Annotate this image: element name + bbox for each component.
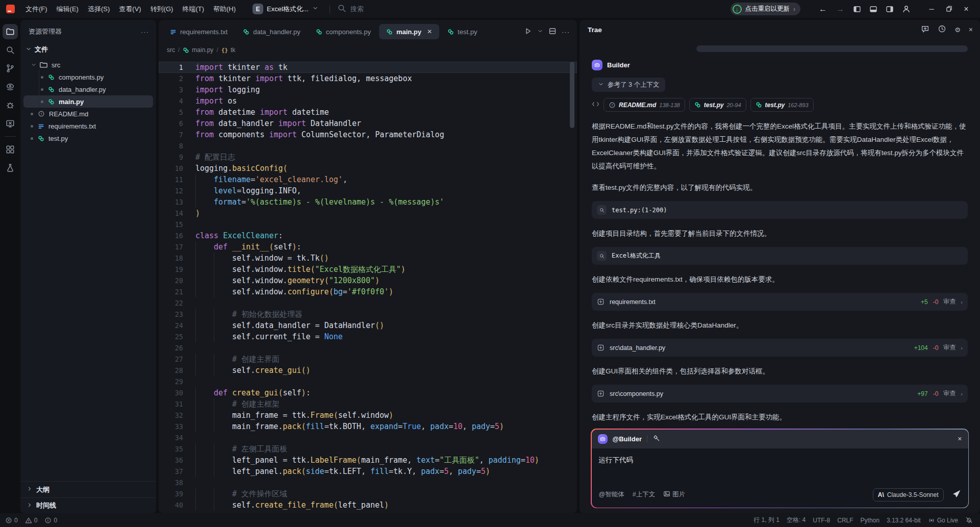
notifications-muted-button[interactable] <box>965 516 973 524</box>
chat-settings-button[interactable]: ⚙ <box>954 26 961 34</box>
file-item-src[interactable]: src <box>23 59 153 71</box>
tools-icon[interactable] <box>652 434 660 443</box>
code-line-36[interactable]: 36 left_panel = ttk.LabelFrame(main_fram… <box>159 455 577 466</box>
code-line-31[interactable]: 31 # 创建主框架 <box>159 398 577 410</box>
status-item[interactable]: 空格: 4 <box>787 516 806 524</box>
account-icon[interactable] <box>899 3 913 16</box>
new-chat-button[interactable] <box>921 24 929 35</box>
go-live-button[interactable]: Go Live <box>928 517 958 524</box>
chat-close-button[interactable]: × <box>969 26 973 34</box>
editor-scrollbar[interactable] <box>570 62 574 128</box>
model-selector[interactable]: A\ Claude-3.5-Sonnet <box>873 488 944 501</box>
chat-input-text[interactable]: 运行下代码 <box>592 448 968 488</box>
tab-close-icon[interactable]: ✕ <box>427 28 432 35</box>
context-chip-test.py[interactable]: test.py 162-893 <box>750 98 814 112</box>
file-change-card[interactable]: src\data_handler.py +104 -0 审查 › <box>592 339 968 357</box>
trae-logo-icon[interactable] <box>6 5 15 13</box>
search-step-card[interactable]: Excel格式化工具 <box>592 247 968 265</box>
activity-remote-eye-button[interactable] <box>3 79 18 94</box>
code-line-19[interactable]: 19 self.window.title("Excel数据格式化工具") <box>159 264 577 275</box>
code-line-3[interactable]: 3 import logging <box>159 84 577 95</box>
file-item-test.py[interactable]: test.py <box>23 132 153 144</box>
code-line-11[interactable]: 11 filename='excel_cleaner.log', <box>159 174 577 185</box>
file-change-card[interactable]: src\components.py +97 -0 审查 › <box>592 385 968 403</box>
code-line-13[interactable]: 13 format='%(asctime)s - %(levelname)s -… <box>159 196 577 208</box>
breadcrumb[interactable]: src/main.py/{}tk <box>159 43 577 57</box>
code-line-9[interactable]: 9 # 配置日志 <box>159 152 577 163</box>
nav-forward-button[interactable]: → <box>833 5 847 14</box>
code-line-32[interactable]: 32 main_frame = ttk.Frame(self.window) <box>159 410 577 421</box>
toggle-right-sidebar-button[interactable] <box>883 3 896 16</box>
menu-转到G[interactable]: 转到(G) <box>146 3 178 16</box>
workspace-switcher[interactable]: E Excel格式化... <box>248 2 322 16</box>
status-info[interactable]: 0 <box>44 517 57 524</box>
tab-components.py[interactable]: components.py <box>309 24 378 39</box>
code-line-5[interactable]: 5 from datetime import datetime <box>159 107 577 118</box>
code-line-29[interactable]: 29 <box>159 376 577 387</box>
image-attach-button[interactable]: 图片 <box>663 490 685 499</box>
code-line-38[interactable]: 38 <box>159 477 577 488</box>
context-attach-button[interactable]: #上下文 <box>633 490 655 499</box>
agent-attach-button[interactable]: @智能体 <box>599 490 624 499</box>
menu-终端T[interactable]: 终端(T) <box>178 3 209 16</box>
tab-test.py[interactable]: test.py <box>440 24 484 39</box>
activity-screen-x-button[interactable] <box>3 116 18 131</box>
context-toggle[interactable]: 参考了 3 个上下文 <box>592 78 665 92</box>
context-chip-test.py[interactable]: test.py 20-94 <box>689 98 746 112</box>
review-link[interactable]: 审查 <box>943 389 956 398</box>
input-close-button[interactable]: × <box>958 435 962 443</box>
code-line-21[interactable]: 21 self.window.configure(bg='#f0f0f0') <box>159 286 577 297</box>
code-line-16[interactable]: 16 class ExcelCleaner: <box>159 230 577 241</box>
menu-帮助H[interactable]: 帮助(H) <box>209 3 240 16</box>
file-item-main.py[interactable]: main.py <box>23 95 153 108</box>
tab-requirements.txt[interactable]: requirements.txt <box>163 24 235 39</box>
code-line-28[interactable]: 28 self.create_gui() <box>159 365 577 376</box>
breadcrumb-item[interactable]: src <box>167 46 175 54</box>
code-line-15[interactable]: 15 <box>159 219 577 230</box>
status-warning[interactable]: 0 <box>25 517 38 524</box>
files-section-header[interactable]: 文件 <box>20 41 156 58</box>
code-line-18[interactable]: 18 self.window = tk.Tk() <box>159 253 577 264</box>
status-item[interactable]: CRLF <box>837 517 853 524</box>
code-editor[interactable]: 1 import tkinter as tk 2 from tkinter im… <box>159 57 577 513</box>
review-link[interactable]: 审查 <box>943 297 956 306</box>
run-dropdown-chevron-icon[interactable] <box>537 28 543 36</box>
file-item-data_handler.py[interactable]: data_handler.py <box>23 83 153 95</box>
code-line-8[interactable]: 8 <box>159 140 577 152</box>
code-line-30[interactable]: 30 def create_gui(self): <box>159 387 577 398</box>
breadcrumb-item[interactable]: {}tk <box>221 46 236 54</box>
run-button[interactable] <box>524 27 532 37</box>
file-change-card[interactable]: requirements.txt +5 -0 审查 › <box>592 293 968 311</box>
code-line-37[interactable]: 37 left_panel.pack(side=tk.LEFT, fill=tk… <box>159 466 577 477</box>
review-link[interactable]: 审查 <box>943 343 956 352</box>
code-line-20[interactable]: 20 self.window.geometry("1200x800") <box>159 275 577 286</box>
code-line-27[interactable]: 27 # 创建主界面 <box>159 354 577 365</box>
window-close-button[interactable]: × <box>958 2 975 17</box>
code-line-6[interactable]: 6 from data_handler import DataHandler <box>159 118 577 129</box>
activity-source-control-button[interactable] <box>3 61 18 76</box>
activity-extensions-grid-button[interactable] <box>3 142 18 157</box>
code-line-34[interactable]: 34 <box>159 432 577 443</box>
code-line-4[interactable]: 4 import os <box>159 95 577 107</box>
editor-more-button[interactable]: ··· <box>562 28 570 36</box>
code-line-24[interactable]: 24 self.data_handler = DataHandler() <box>159 320 577 331</box>
menu-查看V[interactable]: 查看(V) <box>114 3 145 16</box>
explorer-more-button[interactable]: ··· <box>141 28 149 36</box>
toggle-left-sidebar-button[interactable] <box>850 3 864 16</box>
code-line-2[interactable]: 2 from tkinter import ttk, filedialog, m… <box>159 73 577 84</box>
status-item[interactable]: 3.13.2 64-bit <box>887 517 921 524</box>
code-line-25[interactable]: 25 self.current_file = None <box>159 331 577 342</box>
code-line-23[interactable]: 23 # 初始化数据处理器 <box>159 309 577 320</box>
code-line-33[interactable]: 33 main_frame.pack(fill=tk.BOTH, expand=… <box>159 421 577 432</box>
menu-选择S[interactable]: 选择(S) <box>83 3 114 16</box>
menu-文件F[interactable]: 文件(F) <box>21 3 52 16</box>
code-line-12[interactable]: 12 level=logging.INFO, <box>159 185 577 196</box>
toggle-bottom-panel-button[interactable] <box>867 3 880 16</box>
code-line-40[interactable]: 40 self.create_file_frame(left_panel) <box>159 499 577 511</box>
code-line-35[interactable]: 35 # 左侧工具面板 <box>159 443 577 455</box>
tab-main.py[interactable]: main.py ✕ <box>379 24 439 39</box>
context-chip-README.md[interactable]: ? README.md 138-138 <box>604 98 685 112</box>
file-item-README.md[interactable]: ? README.md <box>23 108 153 120</box>
status-item[interactable]: UTF-8 <box>813 517 830 524</box>
global-search[interactable]: 搜索 <box>337 4 364 14</box>
